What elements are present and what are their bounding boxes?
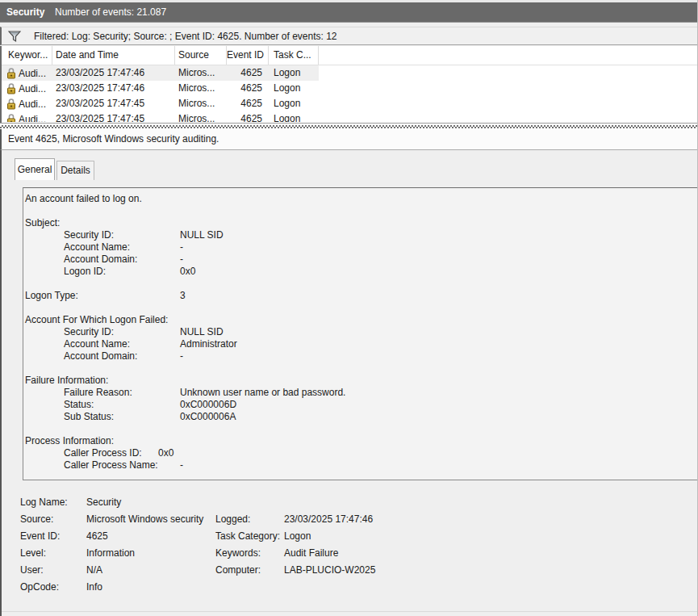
cell-keywords: Audi... (19, 66, 46, 81)
cell-event-id: 4625 (227, 96, 269, 111)
cell-keywords: Audi... (19, 112, 46, 123)
cell-source: Micros... (175, 96, 227, 111)
lock-icon (6, 83, 16, 94)
splitter-grip-pattern (0, 125, 697, 128)
cell-keywords: Audi... (19, 97, 46, 111)
cell-source: Micros... (175, 111, 227, 122)
event-text-line: Account Name:Administrator (23, 337, 697, 350)
event-list-header: Keywor... Date and Time Source Event ID … (2, 46, 697, 65)
event-rows: Audi... 23/03/2025 17:47:46 Micros... 46… (2, 65, 697, 122)
event-text-line: Status:0xC000006D (23, 398, 697, 410)
preview-title-bar: Event 4625, Microsoft Windows security a… (0, 129, 697, 150)
column-header-date-time[interactable]: Date and Time (52, 46, 175, 65)
lock-icon (6, 68, 16, 79)
cell-task-category: Logon (269, 81, 319, 96)
cell-date-time: 23/03/2025 17:47:45 (52, 111, 175, 122)
event-text-line: Security ID:NULL SID (23, 228, 697, 241)
preview-title: Event 4625, Microsoft Windows security a… (8, 133, 219, 145)
event-text-blank (23, 301, 697, 313)
column-header-keywords[interactable]: Keywor... (2, 46, 52, 65)
event-text-line: Caller Process ID:0x0 (23, 446, 697, 459)
cell-event-id: 4625 (227, 81, 269, 96)
cell-source: Micros... (175, 65, 227, 81)
log-title: Security (6, 2, 44, 23)
event-row[interactable]: Audi... 23/03/2025 17:47:45 Micros... 46… (2, 111, 697, 122)
event-row[interactable]: Audi... 23/03/2025 17:47:45 Micros... 46… (2, 96, 697, 111)
lock-icon (6, 114, 16, 123)
column-header-task-category[interactable]: Task C... (269, 46, 319, 65)
filter-summary-text: Filtered: Log: Security; Source: ; Event… (34, 31, 337, 42)
cell-task-category: Logon (269, 65, 319, 81)
event-row[interactable]: Audi... 23/03/2025 17:47:46 Micros... 46… (2, 81, 697, 96)
tab-details[interactable]: Details (56, 161, 94, 180)
lock-icon (6, 98, 16, 110)
log-title-bar: Security Number of events: 21.087 (0, 2, 697, 23)
cell-keywords: Audi... (19, 82, 46, 96)
cell-task-category: Logon (269, 111, 319, 122)
event-text-line: Account For Which Logon Failed: (23, 313, 697, 325)
events-count-label: Number of events: 21.087 (55, 2, 166, 23)
event-text-line: Caller Process Name:- (23, 459, 697, 471)
event-text-line: Account Domain:- (23, 253, 697, 265)
event-text-blank (23, 204, 697, 216)
cell-event-id: 4625 (227, 111, 269, 122)
filter-notification-bar[interactable]: Filtered: Log: Security; Source: ; Event… (0, 27, 697, 45)
event-row-selected[interactable]: Audi... 23/03/2025 17:47:46 Micros... 46… (2, 65, 319, 81)
event-text-line: Process Information: (23, 434, 697, 446)
cell-date-time: 23/03/2025 17:47:46 (52, 81, 175, 96)
event-text-blank (23, 362, 697, 374)
cell-date-time: 23/03/2025 17:47:46 (52, 65, 175, 81)
event-list: Keywor... Date and Time Source Event ID … (0, 46, 697, 123)
event-text-line: Logon ID:0x0 (23, 265, 697, 277)
column-header-source[interactable]: Source (175, 46, 227, 65)
bottom-divider (2, 611, 697, 612)
event-description-box: An account failed to log on. Subject: Se… (23, 187, 697, 480)
cell-date-time: 23/03/2025 17:47:45 (52, 96, 175, 111)
event-text-line: Security ID:NULL SID (23, 325, 697, 337)
event-text-line: Account Name:- (23, 241, 697, 253)
cell-event-id: 4625 (227, 65, 269, 81)
tab-general[interactable]: General (15, 158, 55, 180)
event-text-line: Failure Reason:Unknown user name or bad … (23, 386, 697, 398)
event-text-blank (23, 277, 697, 289)
event-properties-grid: Log Name:Security Source:Microsoft Windo… (2, 480, 697, 616)
event-text-line: Account Domain:- (23, 350, 697, 362)
event-text-line: An account failed to log on. (23, 192, 697, 204)
event-text-line: Failure Information: (23, 374, 697, 386)
cell-task-category: Logon (269, 96, 319, 111)
column-header-event-id[interactable]: Event ID (227, 46, 269, 65)
event-text-line: Subject: (23, 216, 697, 228)
event-viewer-security-pane: Security Number of events: 21.087 Filter… (0, 0, 698, 616)
event-text-line: Sub Status:0xC000006A (23, 410, 697, 422)
event-text-line: Logon Type:3 (23, 289, 697, 301)
pane-splitter[interactable] (0, 123, 697, 129)
preview-pane: General Details An account failed to log… (0, 150, 697, 616)
filter-funnel-icon (8, 31, 21, 43)
cell-source: Micros... (175, 81, 227, 96)
event-text-blank (23, 422, 697, 434)
